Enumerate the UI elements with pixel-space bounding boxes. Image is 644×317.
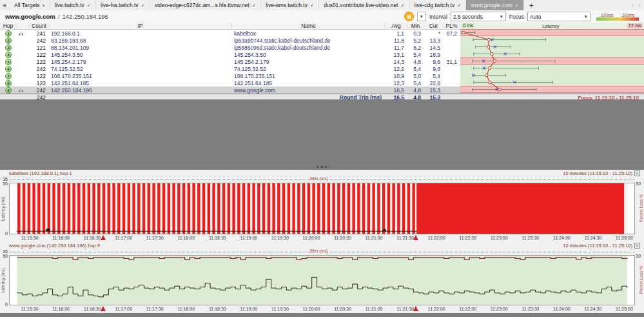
count-cell: 122 [30,80,49,87]
time-tick-label: 11:21:00 [361,236,387,240]
timeline-chart[interactable] [9,255,635,305]
splitter-handle[interactable] [0,166,644,168]
focus-select[interactable]: Auto ▼ [527,12,590,21]
timeline-plot-area[interactable]: 500Latency (ms)30Packet Loss % [0,255,644,305]
hop-latency-chart[interactable] [460,29,644,93]
jitter-label: Jitter (ms) [309,249,328,253]
header-count[interactable]: Count [30,23,49,29]
header-min[interactable]: Min [407,23,424,29]
hop-badge: 2 [5,37,12,44]
time-tick-label: 11:17:30 [142,307,168,311]
close-icon[interactable]: × [43,3,45,8]
name-cell: kabelbox [232,30,385,37]
check-icon[interactable]: ✓ [457,3,461,8]
bottom-strip [0,313,644,317]
tab-scroll-left-icon[interactable]: ‹ [632,2,634,8]
target-bar: www.google.com / 142.250.184.196 ▼ Inter… [0,10,644,23]
header-avg[interactable]: Avg [385,23,407,29]
time-tick-label: 11:19:00 [236,307,262,311]
target-tab[interactable]: video-edge-c627dc.am...s.hls.ttvnw.net✓ [150,0,261,10]
name-cell: ip53a9b744.static.kabel-deutschland.de [232,37,385,44]
avg-cell: 1,1 [385,30,407,37]
hamburger-icon[interactable]: ≡ [0,0,10,10]
hop-number-badge: 9 [0,87,17,94]
interval-value: 2.5 seconds [453,14,483,20]
cur-cell: 13,3 [424,37,444,44]
header-name[interactable]: Name [232,23,385,29]
pause-button[interactable] [404,12,414,21]
chevron-down-icon: ▼ [420,14,424,19]
check-icon[interactable]: ✓ [87,3,91,8]
count-cell: 122 [30,73,49,79]
jitter-label: Jitter (ms) [309,176,328,181]
timeline-range: 10 minutes (11:15:10 - 11:25:10)≡ [563,243,640,249]
jitter-scale-tick: 35 [0,249,8,254]
chevron-down-icon: ▼ [496,14,503,19]
panel-menu-icon[interactable]: ≡ [634,170,640,176]
timeline-chart[interactable] [9,183,635,234]
avg-cell: 13,1 [385,52,407,58]
avg-cell: 12,3 [385,80,407,87]
target-tab[interactable]: live-fra.twitch.tv✓ [96,0,150,10]
check-icon[interactable]: ✓ [515,3,519,8]
mini-graph-icon [19,31,23,36]
name-cell: ip5886c96d.static.kabel-deutschland.de [232,45,385,51]
avg-cell: 16,5 [385,87,407,94]
interval-select[interactable]: 2.5 seconds ▼ [451,12,506,21]
target-tab[interactable]: dus01.contribute.live-video.net✓ [319,0,410,10]
loss-event-marker-icon [101,235,106,240]
target-tab[interactable]: www.google.com✓ [466,0,524,10]
time-tick-label: 11:15:30 [17,236,43,240]
count-cell: 121 [30,45,49,51]
legend-gradient-bar [596,17,639,21]
latency-axis-label: Latency (ms) [1,255,5,305]
tab-scroll-right-icon[interactable]: › [638,2,640,8]
count-cell: 241 [30,30,49,37]
target-tab[interactable]: All Targets× [10,0,50,10]
hop-graph-toggle[interactable] [17,87,30,94]
pause-dropdown-button[interactable]: ▼ [417,12,426,21]
time-tick-label: 11:24:00 [549,307,574,311]
avg-cell: 11,7 [385,45,407,51]
latency-axis-label: Latency (ms) [1,183,5,234]
time-tick-label: 11:21:00 [361,307,387,311]
tab-label: live.twitch.tv [55,2,84,8]
hop-graph-toggle[interactable] [17,30,30,37]
hop-number-badge: 4 [0,52,17,58]
target-tab[interactable]: live-cdg.twitch.tv✓ [410,0,467,10]
min-cell: 5,4 [407,66,424,72]
hop-badge: 7 [5,73,12,79]
hop-number-badge: 1 [0,30,17,37]
time-tick-label: 11:19:30 [267,236,293,240]
time-tick-label: 11:22:00 [424,236,449,240]
jitter-strip: 35Jitter (ms) [0,177,644,183]
timeline-range: 10 minutes (11:15:10 - 11:25:10)≡ [563,170,640,176]
check-icon[interactable]: ✓ [141,3,145,8]
check-icon[interactable]: ✓ [252,3,256,8]
check-icon[interactable]: ✓ [310,3,314,8]
packet-loss-axis-label: Packet Loss % [639,255,643,305]
panel-menu-icon[interactable]: ≡ [634,243,640,249]
latency-scale-min: 0 ms [462,23,474,28]
target-tab[interactable]: live-ams.twitch.tv✓ [261,0,319,10]
tab-strip: All Targets×live.twitch.tv✓live-fra.twit… [10,0,524,10]
header-pl[interactable]: PL% [444,23,460,29]
time-axis: 11:15:3011:16:0011:16:3011:17:0011:17:30… [0,305,644,313]
header-cur[interactable]: Cur [424,23,444,29]
ip-cell: 192.168.0.1 [49,30,232,37]
time-axis: 11:15:3011:16:0011:16:3011:17:0011:17:30… [0,234,644,242]
timeline-plot-area[interactable]: 500Latency (ms)30Packet Loss % [0,183,644,234]
min-cell: 4,8 [407,87,424,94]
count-cell: 242 [30,87,49,94]
ip-cell: 108.170.235.151 [49,73,232,79]
header-hop[interactable]: Hop [0,23,17,29]
header-ip[interactable]: IP [49,23,232,29]
new-target-button[interactable]: + [524,0,538,10]
time-tick-label: 11:18:30 [204,307,230,311]
hop-badge: 4 [5,52,12,58]
time-tick-label: 11:22:30 [455,307,481,311]
latency-scale-title: Latency [542,23,559,29]
target-tab[interactable]: live.twitch.tv✓ [50,0,96,10]
check-icon[interactable]: ✓ [400,3,404,8]
pause-icon [409,15,411,19]
